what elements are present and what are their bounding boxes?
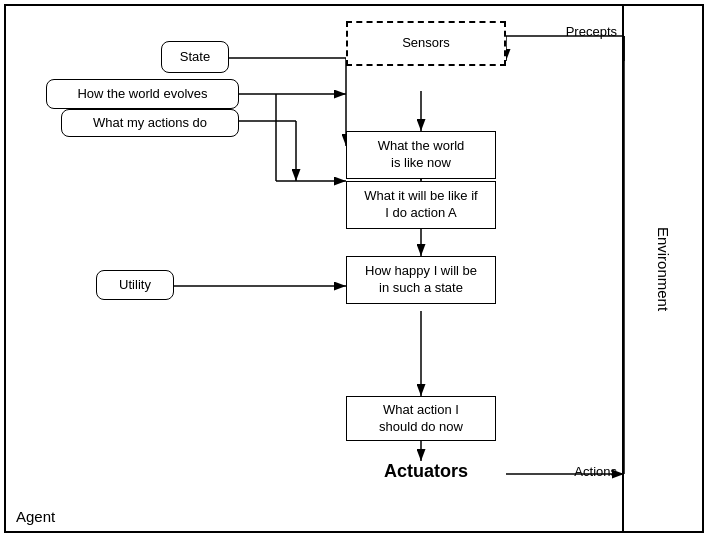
utility-box: Utility [96,270,174,300]
precepts-label: Precepts [566,24,617,39]
my-actions-box: What my actions do [61,109,239,137]
action-now-label: What action I should do now [379,402,463,436]
state-label: State [180,49,210,66]
action-now-box: What action I should do now [346,396,496,441]
state-box: State [161,41,229,73]
sensors-label: Sensors [402,35,450,52]
actions-label: Actions [574,464,617,479]
utility-label: Utility [119,277,151,294]
sensors-box: Sensors [346,21,506,66]
world-now-box: What the world is like now [346,131,496,179]
actuators-label: Actuators [384,461,468,481]
how-happy-label: How happy I will be in such a state [365,263,477,297]
how-happy-box: How happy I will be in such a state [346,256,496,304]
world-evolves-box: How the world evolves [46,79,239,109]
agent-label: Agent [16,508,55,525]
diagram-container: Sensors State How the world evolves What… [4,4,704,533]
world-evolves-label: How the world evolves [77,86,207,103]
what-action-box: What it will be like if I do action A [346,181,496,229]
environment-panel: Environment [622,6,702,531]
what-action-label: What it will be like if I do action A [364,188,477,222]
world-now-label: What the world is like now [378,138,465,172]
my-actions-label: What my actions do [93,115,207,132]
environment-label: Environment [655,226,672,310]
